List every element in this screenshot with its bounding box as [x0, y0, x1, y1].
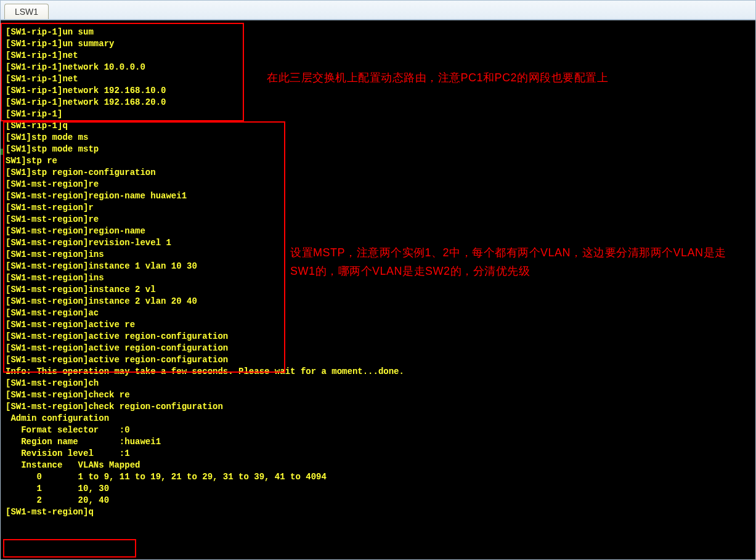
- tab-lsw1[interactable]: LSW1: [4, 4, 49, 19]
- terminal-line: [SW1-mst-region]check region-configurati…: [6, 401, 750, 413]
- terminal-line: [SW1-mst-region]instance 2 vlan 20 40: [6, 296, 750, 307]
- terminal-line: Format selector :0: [6, 424, 750, 436]
- terminal-line: [SW1]stp mode mstp: [6, 144, 750, 155]
- terminal-line: [SW1-mst-region]ch: [6, 378, 750, 389]
- annotation-mstp: 设置MSTP，注意两个实例1、2中，每个都有两个VLAN，这边要分清那两个VLA…: [290, 243, 734, 280]
- terminal-line: [SW1-mst-region]ac: [6, 307, 750, 319]
- terminal-line: [SW1-mst-region]q: [6, 506, 750, 518]
- terminal-line: 0 1 to 9, 11 to 19, 21 to 29, 31 to 39, …: [6, 471, 750, 483]
- terminal-line: [SW1-mst-region]region-name: [6, 225, 750, 237]
- terminal-line: [SW1-rip-1]network 192.168.20.0: [6, 97, 750, 108]
- annotation-rip: 在此三层交换机上配置动态路由，注意PC1和PC2的网段也要配置上: [267, 68, 723, 87]
- terminal-line: [SW1-mst-region]region-name huawei1: [6, 190, 750, 202]
- terminal-line: [SW1-rip-1]q: [6, 120, 750, 132]
- terminal-line: Instance VLANs Mapped: [6, 460, 750, 471]
- terminal-line: [SW1]stp mode ms: [6, 132, 750, 144]
- terminal-line: [SW1-mst-region]check re: [6, 389, 750, 401]
- terminal-line: [SW1-rip-1]: [6, 108, 750, 120]
- terminal-line: [SW1-rip-1]un sum: [6, 26, 750, 38]
- terminal-line: Info: This operation may take a few seco…: [6, 366, 750, 378]
- terminal-line: [SW1]stp region-configuration: [6, 167, 750, 179]
- terminal-line: [SW1-mst-region]active region-configurat…: [6, 331, 750, 343]
- terminal-line: [SW1-mst-region]re: [6, 214, 750, 225]
- gutter-marker: [0, 148, 3, 155]
- terminal-line: [SW1-rip-1]net: [6, 50, 750, 62]
- terminal-line: Revision level :1: [6, 448, 750, 460]
- terminal-line: [SW1-rip-1]un summary: [6, 38, 750, 50]
- terminal-line: [SW1-mst-region]active re: [6, 319, 750, 331]
- terminal-line: 2 20, 40: [6, 495, 750, 506]
- terminal-line: 1 10, 30: [6, 483, 750, 495]
- terminal-line: SW1]stp re: [6, 155, 750, 167]
- terminal-output[interactable]: [SW1-rip-1]un sum [SW1-rip-1]un summary …: [0, 20, 756, 560]
- terminal-line: Admin configuration: [6, 413, 750, 424]
- terminal-line: [SW1-mst-region]re: [6, 179, 750, 190]
- terminal-line: Region name :huawei1: [6, 436, 750, 448]
- tab-bar: LSW1: [0, 0, 756, 20]
- terminal-line: [SW1-mst-region]r: [6, 202, 750, 214]
- highlight-box-quit: [3, 539, 136, 558]
- terminal-line: [SW1-mst-region]instance 2 vl: [6, 284, 750, 296]
- terminal-line: [SW1-mst-region]active region-configurat…: [6, 354, 750, 366]
- terminal-line: [SW1-mst-region]active region-configurat…: [6, 343, 750, 354]
